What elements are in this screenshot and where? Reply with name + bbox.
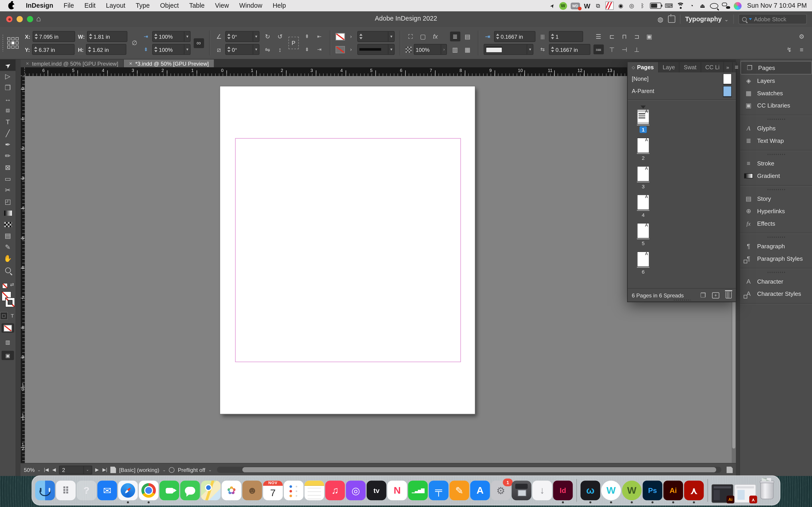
- menu-edit[interactable]: Edit: [79, 2, 101, 9]
- y-position-field[interactable]: 6.37 in: [32, 44, 74, 55]
- scale-y-field[interactable]: 100%▾: [152, 44, 190, 55]
- dock-app-mail[interactable]: ✉: [97, 481, 117, 500]
- x-position-field[interactable]: 7.095 in: [33, 31, 75, 42]
- collapse-panel-icon[interactable]: »: [724, 64, 731, 70]
- location-icon[interactable]: ➤: [547, 0, 557, 11]
- menu-view[interactable]: View: [210, 2, 234, 9]
- pages-panel-tab-pages[interactable]: ◇Pages: [627, 62, 658, 72]
- panel-menu-icon[interactable]: ≡: [796, 45, 807, 54]
- flip-horizontal-icon[interactable]: ⇋: [262, 45, 273, 54]
- formatting-affects-text-icon[interactable]: T: [9, 313, 16, 319]
- panel-resize-grip[interactable]: [673, 299, 691, 301]
- dock-app-numbers[interactable]: ▁▃▅▇: [408, 481, 428, 500]
- chevron-down-icon[interactable]: ⌄: [208, 467, 212, 472]
- gap-tool[interactable]: ↔: [0, 94, 16, 105]
- dock-app-word-w[interactable]: W: [601, 481, 621, 500]
- previous-page-button[interactable]: ◀: [52, 467, 56, 472]
- stroke-swatch-none[interactable]: [335, 46, 345, 53]
- align-center-icon[interactable]: ⊓: [619, 32, 629, 41]
- webull-icon[interactable]: W: [583, 2, 591, 10]
- dock-panel-gradient[interactable]: Gradient: [740, 170, 812, 182]
- pasteboard[interactable]: [25, 76, 732, 463]
- close-tab-icon[interactable]: ×: [26, 60, 29, 66]
- learn-bulb-icon[interactable]: ◍: [657, 15, 663, 23]
- fill-swatch-none[interactable]: [335, 33, 345, 40]
- dock-app-photos[interactable]: ✿: [221, 481, 241, 500]
- preflight-profile-icon[interactable]: [110, 466, 116, 473]
- page-thumbnail-3[interactable]: A3: [627, 163, 659, 190]
- pages-panel-tab-cc-li[interactable]: CC Li: [701, 62, 724, 72]
- dock-app-photoshop[interactable]: Ps: [643, 481, 662, 500]
- siri-icon[interactable]: [733, 2, 741, 9]
- dock-app-calendar[interactable]: NOV7: [263, 481, 283, 500]
- edit-page-size-icon[interactable]: ❐: [700, 291, 706, 299]
- menu-object[interactable]: Object: [155, 2, 184, 9]
- align-left-icon[interactable]: ⊏: [607, 32, 617, 41]
- hand-tool[interactable]: ✋: [0, 253, 16, 264]
- panel-menu-icon[interactable]: ≡: [732, 62, 743, 72]
- swap-fill-stroke-icon[interactable]: ⇄: [10, 282, 14, 287]
- dock-app-safari[interactable]: [118, 481, 138, 500]
- dock-app-acrobat[interactable]: ⋏: [684, 481, 704, 500]
- frame-fitting-icon[interactable]: ⛶: [405, 32, 416, 41]
- eject-icon[interactable]: ⏏: [699, 2, 706, 10]
- effects-fx-icon[interactable]: fx: [430, 32, 441, 41]
- dock-app-podcasts[interactable]: ◎: [346, 481, 366, 500]
- dock-app-keynote[interactable]: ╤: [429, 481, 449, 500]
- note-tool[interactable]: ▤: [0, 230, 16, 241]
- zoom-level-control[interactable]: 50% ⌄: [24, 467, 41, 473]
- constrain-dimensions-icon[interactable]: ∅: [130, 40, 139, 46]
- default-swatches-icon[interactable]: [2, 283, 8, 289]
- pages-panel-tab-laye[interactable]: Laye: [658, 62, 679, 72]
- content-collector-tool[interactable]: ⧈: [0, 105, 16, 116]
- dock-app-music[interactable]: ♫: [325, 481, 345, 500]
- first-page-button[interactable]: |◀: [44, 467, 49, 472]
- dock-app-system-settings[interactable]: ⚙1: [491, 481, 511, 500]
- select-parent-icon[interactable]: ⇥: [314, 45, 325, 54]
- workspace-switcher[interactable]: Typography ⌄: [685, 16, 729, 23]
- select-container-icon[interactable]: P: [288, 37, 299, 49]
- dock-app-facetime[interactable]: [159, 481, 179, 500]
- close-tab-icon[interactable]: ×: [129, 60, 132, 66]
- align-middle-icon[interactable]: ⊣: [619, 45, 629, 54]
- dock-app-illustrator[interactable]: Ai: [663, 481, 683, 500]
- dock-app-app-store[interactable]: A: [470, 481, 490, 500]
- dock-panel-character-styles[interactable]: ACharacter Styles: [740, 288, 812, 300]
- wifi-icon[interactable]: [677, 3, 684, 9]
- menu-indesign[interactable]: InDesign: [20, 2, 58, 9]
- adobe-stock-search[interactable]: Adobe Stock: [739, 14, 807, 24]
- page-thumbnail-5[interactable]: A5: [627, 219, 659, 247]
- dock-app-chrome[interactable]: [139, 481, 159, 500]
- opacity-field[interactable]: 100%›: [414, 44, 447, 55]
- horizontal-scrollbar[interactable]: [217, 467, 721, 473]
- wrap-jump-icon[interactable]: ▥: [450, 45, 460, 54]
- document-page[interactable]: [220, 87, 475, 414]
- free-transform-tool[interactable]: ◰: [0, 196, 16, 207]
- rotate-cw-icon[interactable]: ↻: [262, 32, 273, 41]
- gear-icon[interactable]: ⚙: [796, 32, 807, 41]
- dock-panel-hyperlinks[interactable]: ⊕Hyperlinks: [740, 205, 812, 217]
- next-page-button[interactable]: ▶: [95, 467, 99, 472]
- height-field[interactable]: 1.62 in: [86, 44, 126, 55]
- align-top-icon[interactable]: ⊤: [607, 45, 617, 54]
- time-machine-icon[interactable]: ◔: [688, 2, 695, 10]
- dock-app-pages-app[interactable]: ✎: [450, 481, 469, 500]
- link-scale-icon[interactable]: ∞: [194, 38, 204, 48]
- dock-panel-character[interactable]: ACharacter: [740, 275, 812, 288]
- scale-x-field[interactable]: 100%▾: [152, 31, 190, 42]
- rotate-ccw-icon[interactable]: ↺: [275, 32, 285, 41]
- document-tab-active[interactable]: ×*3.indd @ 50% [GPU Preview]: [124, 60, 214, 67]
- menu-table[interactable]: Table: [184, 2, 210, 9]
- document-tab[interactable]: ×templet.indd @ 50% [GPU Preview]: [20, 60, 124, 67]
- accessibility-icon[interactable]: ◉: [617, 2, 624, 10]
- fit-content-icon[interactable]: ▢: [418, 32, 428, 41]
- dock-app-minimized-acrobat-window[interactable]: ⋏⋏: [734, 484, 756, 503]
- dock-app-apple-tv[interactable]: tv: [367, 481, 386, 500]
- screen-mode-button[interactable]: ▣: [2, 351, 14, 360]
- shear-field[interactable]: 0°▾: [225, 44, 259, 55]
- pen-tool[interactable]: ✒: [0, 139, 16, 151]
- direct-selection-tool[interactable]: ▷: [0, 71, 16, 82]
- space-between-field[interactable]: 0.1667 in: [494, 31, 536, 42]
- wrap-below-icon[interactable]: ▦: [462, 45, 473, 54]
- dock-app-news[interactable]: N: [388, 481, 407, 500]
